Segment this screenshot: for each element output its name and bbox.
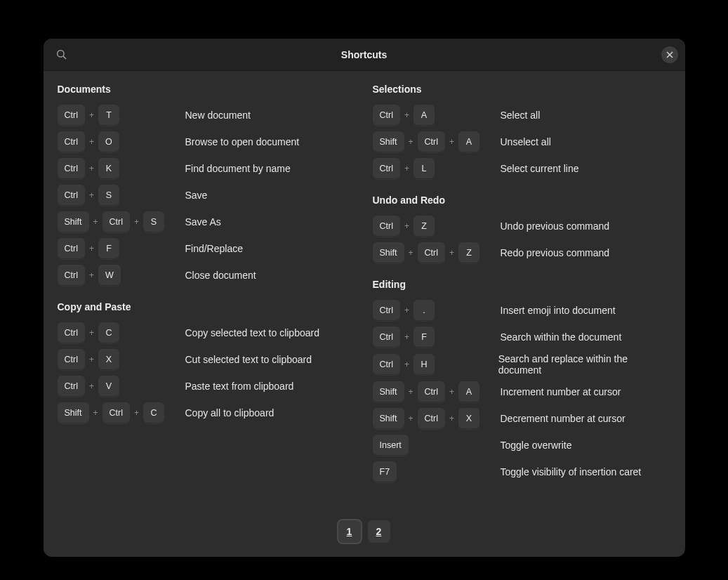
key-cap: Shift <box>373 408 404 429</box>
shortcut-description: Find document by name <box>185 163 291 174</box>
shortcut-row: Ctrl+SSave <box>58 185 356 206</box>
shortcut-keys: Shift+Ctrl+X <box>373 408 501 429</box>
key-plus: + <box>400 110 413 120</box>
key-cap: Ctrl <box>418 408 445 429</box>
titlebar: Shortcuts <box>44 39 685 71</box>
key-cap: Ctrl <box>373 300 400 321</box>
page-switcher: 1 2 <box>44 512 685 557</box>
key-cap: Insert <box>373 435 409 456</box>
shortcut-row: Ctrl+XCut selected text to clipboard <box>58 349 356 370</box>
shortcut-description: Paste text from clipboard <box>185 381 294 392</box>
key-cap: V <box>98 376 119 397</box>
shortcut-keys: Ctrl+A <box>373 105 501 126</box>
key-cap: H <box>413 354 435 375</box>
key-plus: + <box>85 110 98 120</box>
key-cap: Ctrl <box>418 381 445 402</box>
shortcuts-window: Shortcuts DocumentsCtrl+TNew documentCtr… <box>44 39 685 557</box>
key-cap: Shift <box>58 402 89 423</box>
key-cap: Ctrl <box>58 376 85 397</box>
shortcut-section: Undo and RedoCtrl+ZUndo previous command… <box>373 195 671 263</box>
close-icon <box>666 51 673 58</box>
shortcut-keys: Ctrl+Z <box>373 216 501 237</box>
key-cap: O <box>98 131 119 152</box>
shortcut-row: InsertToggle overwrite <box>373 435 671 456</box>
key-cap: A <box>458 131 479 152</box>
key-cap: Ctrl <box>58 265 85 286</box>
shortcut-row: Ctrl+CCopy selected text to clipboard <box>58 322 356 343</box>
key-cap: C <box>98 322 119 343</box>
key-cap: Ctrl <box>58 322 85 343</box>
key-plus: + <box>400 221 413 231</box>
key-cap: Ctrl <box>58 158 85 179</box>
key-plus: + <box>85 355 98 364</box>
shortcut-keys: Ctrl+L <box>373 158 501 179</box>
key-plus: + <box>400 360 413 369</box>
shortcut-row: Shift+Ctrl+CCopy all to clipboard <box>58 402 356 423</box>
key-cap: Ctrl <box>418 131 445 152</box>
key-plus: + <box>445 248 458 258</box>
shortcut-row: Ctrl+OBrowse to open document <box>58 131 356 152</box>
key-cap: Shift <box>373 131 404 152</box>
key-cap: X <box>458 408 479 429</box>
close-button[interactable] <box>661 46 678 63</box>
shortcut-section: Copy and PasteCtrl+CCopy selected text t… <box>58 301 356 423</box>
shortcut-row: Ctrl+FFind/Replace <box>58 238 356 259</box>
key-plus: + <box>404 414 418 423</box>
key-cap: Ctrl <box>373 105 400 126</box>
shortcut-keys: Shift+Ctrl+S <box>58 211 185 232</box>
window-title: Shortcuts <box>341 49 387 60</box>
section-title: Editing <box>373 279 671 290</box>
key-plus: + <box>89 217 102 227</box>
shortcut-description: Select all <box>501 110 541 121</box>
key-cap: K <box>98 158 119 179</box>
key-cap: Ctrl <box>58 105 85 126</box>
search-button[interactable] <box>53 46 70 63</box>
key-cap: Ctrl <box>102 211 130 232</box>
page-2-button[interactable]: 2 <box>368 520 390 543</box>
shortcut-row: Ctrl+VPaste text from clipboard <box>58 376 356 397</box>
shortcut-row: Ctrl+LSelect current line <box>373 158 671 179</box>
shortcut-section: EditingCtrl+.Insert emoji into documentC… <box>373 279 671 482</box>
key-cap: Z <box>458 242 479 263</box>
key-plus: + <box>130 217 143 227</box>
shortcut-row: Shift+Ctrl+SSave As <box>58 211 356 232</box>
shortcut-keys: Ctrl+V <box>58 376 185 397</box>
key-cap: Ctrl <box>58 185 85 206</box>
section-title: Selections <box>373 84 671 95</box>
shortcut-section: DocumentsCtrl+TNew documentCtrl+OBrowse … <box>58 84 356 286</box>
shortcut-keys: Shift+Ctrl+A <box>373 131 501 152</box>
key-plus: + <box>85 328 98 338</box>
key-cap: Z <box>413 216 435 237</box>
shortcut-row: F7Toggle visibility of insertion caret <box>373 461 671 482</box>
shortcut-keys: Ctrl+H <box>373 354 498 375</box>
shortcut-description: Increment number at cursor <box>501 386 621 397</box>
key-cap: Ctrl <box>373 354 400 375</box>
right-column: SelectionsCtrl+ASelect allShift+Ctrl+AUn… <box>373 84 671 498</box>
page-1-button[interactable]: 1 <box>338 520 361 543</box>
key-cap: L <box>413 158 435 179</box>
shortcut-keys: Ctrl+F <box>58 238 185 259</box>
shortcut-row: Ctrl+WClose document <box>58 265 356 286</box>
shortcut-description: Redo previous command <box>501 247 610 258</box>
key-cap: . <box>413 300 435 321</box>
key-cap: F7 <box>373 461 397 482</box>
key-plus: + <box>85 244 98 253</box>
shortcut-description: Save <box>185 190 208 201</box>
key-plus: + <box>445 414 458 423</box>
key-plus: + <box>404 387 418 397</box>
key-plus: + <box>85 270 98 280</box>
key-cap: S <box>143 211 164 232</box>
shortcut-keys: Shift+Ctrl+Z <box>373 242 501 263</box>
key-plus: + <box>400 305 413 315</box>
shortcut-description: Toggle visibility of insertion caret <box>501 466 642 477</box>
shortcut-description: Close document <box>185 270 256 281</box>
shortcut-row: Shift+Ctrl+AIncrement number at cursor <box>373 381 671 402</box>
shortcut-row: Ctrl+.Insert emoji into document <box>373 300 671 321</box>
shortcut-description: Save As <box>185 216 221 228</box>
key-plus: + <box>85 137 98 147</box>
shortcut-keys: Shift+Ctrl+C <box>58 402 185 423</box>
shortcut-description: Toggle overwrite <box>501 440 572 451</box>
shortcut-row: Ctrl+TNew document <box>58 105 356 126</box>
shortcut-row: Ctrl+HSearch and replace within the docu… <box>373 353 671 376</box>
shortcut-row: Ctrl+ZUndo previous command <box>373 216 671 237</box>
